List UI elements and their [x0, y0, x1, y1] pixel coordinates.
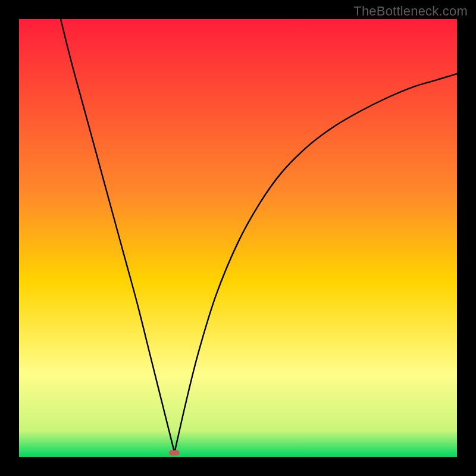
curve-right-branch [174, 74, 457, 453]
minimum-marker [169, 450, 180, 455]
bottleneck-curve [19, 19, 457, 457]
curve-left-branch [61, 19, 174, 453]
watermark-text: TheBottleneck.com [353, 4, 468, 19]
plot-area [19, 19, 457, 457]
chart-frame: TheBottleneck.com [0, 0, 476, 476]
